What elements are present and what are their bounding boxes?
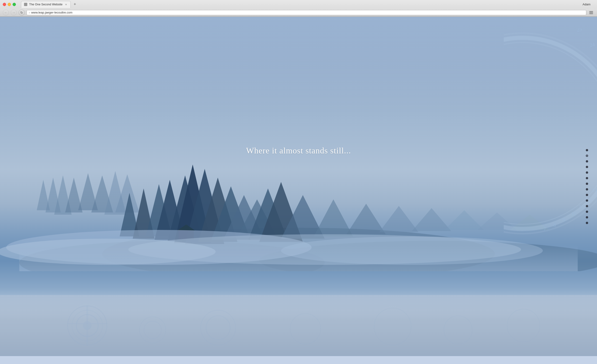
close-button[interactable] bbox=[3, 3, 6, 6]
svg-text:24: 24 bbox=[589, 41, 595, 48]
svg-marker-27 bbox=[379, 206, 418, 232]
svg-point-46 bbox=[206, 316, 230, 340]
svg-rect-52 bbox=[86, 306, 88, 345]
nav-dot-8[interactable] bbox=[586, 188, 588, 190]
menu-button[interactable] bbox=[588, 9, 594, 16]
hero-text-content: Where it almost stands still... bbox=[246, 146, 351, 155]
menu-line-2 bbox=[589, 12, 593, 13]
svg-point-54 bbox=[504, 42, 597, 224]
menu-line-3 bbox=[589, 14, 593, 14]
nav-dot-2[interactable] bbox=[586, 155, 588, 157]
tab-favicon bbox=[24, 3, 27, 6]
nav-dot-11[interactable] bbox=[586, 205, 588, 207]
nav-dot-1[interactable] bbox=[586, 149, 588, 151]
back-button[interactable]: ← bbox=[3, 9, 9, 16]
new-tab-button[interactable]: + bbox=[71, 1, 78, 8]
svg-point-53 bbox=[504, 38, 597, 229]
svg-point-44 bbox=[144, 321, 161, 339]
bottom-section bbox=[0, 295, 597, 356]
address-bar-row: ← → ↻ ○ www.leap.jaeger-lecoultre.com bbox=[0, 9, 597, 16]
tab-title: The One Second Website bbox=[29, 3, 63, 6]
nav-dots[interactable] bbox=[586, 149, 588, 224]
nav-dot-5[interactable] bbox=[586, 171, 588, 174]
active-tab[interactable]: The One Second Website ✕ bbox=[21, 1, 71, 8]
svg-point-49 bbox=[444, 316, 472, 344]
nav-dot-3[interactable] bbox=[586, 160, 588, 163]
svg-text:11: 11 bbox=[579, 204, 584, 210]
svg-point-48 bbox=[374, 308, 411, 345]
svg-marker-26 bbox=[346, 204, 386, 234]
lock-icon: ○ bbox=[29, 11, 30, 14]
svg-marker-28 bbox=[412, 208, 451, 231]
reload-button[interactable]: ↻ bbox=[19, 9, 25, 16]
nav-dot-14[interactable] bbox=[586, 222, 588, 224]
svg-point-47 bbox=[290, 314, 321, 344]
browser-chrome: The One Second Website ✕ + Adam ← → ↻ ○ … bbox=[0, 0, 597, 17]
svg-point-55 bbox=[504, 33, 597, 234]
watch-partial: 25 24 23 22 21 20 19 18 17 16 15 14 13 1… bbox=[504, 28, 597, 238]
svg-point-43 bbox=[140, 317, 166, 343]
nav-dot-6[interactable] bbox=[586, 177, 588, 179]
svg-rect-38 bbox=[19, 245, 578, 271]
hero-text: Where it almost stands still... bbox=[246, 146, 351, 156]
website-content: 25 24 23 22 21 20 19 18 17 16 15 14 13 1… bbox=[0, 17, 597, 356]
svg-point-50 bbox=[507, 309, 540, 342]
nav-dot-10[interactable] bbox=[586, 199, 588, 202]
nav-dot-7[interactable] bbox=[586, 182, 588, 185]
minimize-button[interactable] bbox=[8, 3, 11, 6]
svg-text:8: 8 bbox=[553, 222, 556, 228]
tab-close-button[interactable]: ✕ bbox=[64, 3, 68, 6]
user-label: Adam bbox=[582, 3, 590, 6]
menu-line-1 bbox=[589, 11, 593, 12]
svg-text:7: 7 bbox=[543, 226, 546, 232]
tab-bar: The One Second Website ✕ + bbox=[19, 1, 78, 8]
nav-dot-12[interactable] bbox=[586, 211, 588, 213]
url-text: www.leap.jaeger-lecoultre.com bbox=[31, 11, 72, 14]
svg-text:9: 9 bbox=[563, 217, 565, 223]
address-bar[interactable]: ○ www.leap.jaeger-lecoultre.com bbox=[27, 10, 586, 15]
svg-text:10: 10 bbox=[571, 211, 576, 217]
svg-text:13: 13 bbox=[592, 187, 597, 193]
maximize-button[interactable] bbox=[13, 3, 16, 6]
title-bar: The One Second Website ✕ + Adam bbox=[0, 0, 597, 9]
svg-text:25: 25 bbox=[576, 28, 582, 33]
nav-dot-13[interactable] bbox=[586, 216, 588, 219]
traffic-lights bbox=[3, 3, 16, 6]
nav-dot-9[interactable] bbox=[586, 194, 588, 196]
svg-marker-25 bbox=[314, 199, 353, 237]
svg-marker-29 bbox=[445, 210, 484, 230]
forward-button[interactable]: → bbox=[11, 9, 17, 16]
nav-dot-4[interactable] bbox=[586, 166, 588, 168]
